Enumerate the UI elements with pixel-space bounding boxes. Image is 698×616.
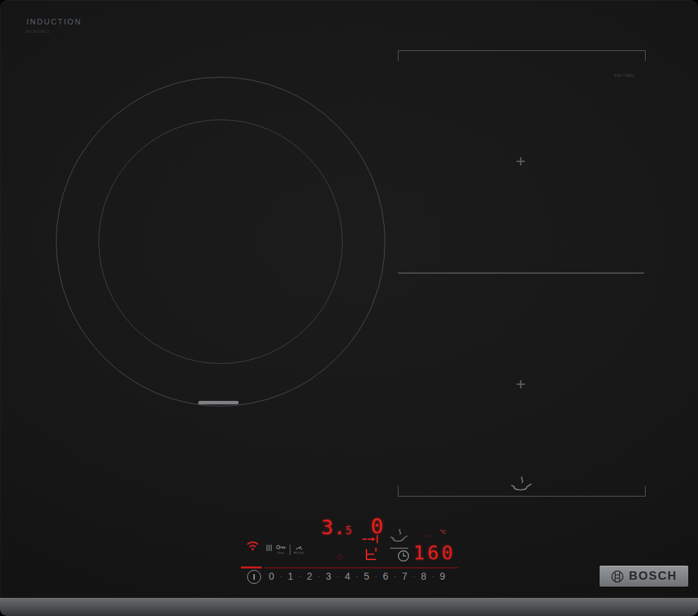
timer-unit-label: min	[424, 534, 431, 538]
power-level-separator: ·	[413, 573, 415, 580]
power-button[interactable]	[247, 570, 261, 584]
active-indicator-bar	[241, 566, 262, 569]
temp-unit-label: °C	[440, 529, 446, 535]
frying-sensor-pan-icon	[508, 475, 533, 494]
flex-zone-top-plus-mark: +	[514, 154, 528, 168]
power-level-3[interactable]: 3	[326, 571, 332, 582]
power-level-2[interactable]: 2	[306, 571, 312, 582]
pause-key[interactable]	[266, 544, 272, 552]
etched-code: KWYY9B01	[614, 73, 635, 78]
power-level-row[interactable]: 0·1·2·3·4·5·6·7·8·9	[269, 571, 445, 582]
power-level-8[interactable]: 8	[421, 571, 426, 582]
induction-hob: INDUCTION PVJ631HC1 KWYY9B01 + +	[0, 0, 698, 616]
left-zone-inner-ring	[98, 119, 343, 364]
timer-key[interactable]	[397, 550, 410, 562]
power-level-4[interactable]: 4	[345, 571, 350, 582]
power-level-1[interactable]: 1	[288, 571, 293, 582]
bosch-badge: BOSCH	[600, 566, 688, 587]
bosch-emblem-icon	[611, 570, 624, 583]
front-edge-trim	[0, 598, 698, 616]
power-level-separator: ·	[356, 573, 358, 580]
frying-sensor-key[interactable]	[388, 528, 409, 546]
power-level-separator: ·	[432, 573, 434, 580]
boost-label: BOOST	[294, 551, 305, 555]
power-level-separator: ·	[280, 573, 282, 580]
flex-zone-top-bracket	[398, 50, 646, 61]
bosch-wordmark: BOSCH	[629, 569, 677, 583]
boost-key[interactable]: BOOST	[294, 544, 305, 555]
power-level-separator: ·	[394, 573, 396, 580]
function-keys-group: 4sec BOOST	[266, 544, 305, 555]
power-level-5[interactable]: 5	[364, 571, 369, 582]
power-level-0[interactable]: 0	[269, 571, 274, 582]
power-level-7[interactable]: 7	[402, 571, 408, 582]
power-level-separator: ·	[375, 573, 377, 580]
left-zone-position-mark	[198, 401, 239, 404]
flex-zone-bottom-plus-mark: +	[514, 377, 528, 391]
power-level-separator: ·	[299, 573, 301, 580]
sparkle-icon: ✧	[334, 550, 344, 565]
flex-zone-divider-line	[398, 272, 644, 274]
power-level-separator: ·	[318, 573, 320, 580]
function-keys-divider	[290, 545, 290, 555]
power-level-9[interactable]: 9	[440, 571, 445, 582]
temperature-display: 160	[413, 542, 456, 564]
model-code: PVJ631HC1	[27, 29, 50, 34]
move-pan-indicator-icon	[361, 534, 380, 564]
wipe-protection-key[interactable]: 4sec	[276, 544, 286, 555]
home-connect-wifi-key[interactable]	[246, 540, 260, 551]
left-zone-level-display: 3.5	[321, 515, 352, 539]
induction-label: INDUCTION	[27, 17, 82, 26]
wipe-protection-hold-label: 4sec	[278, 551, 285, 555]
power-level-separator: ·	[337, 573, 339, 580]
power-slider-line	[265, 567, 458, 569]
power-level-6[interactable]: 6	[383, 571, 388, 582]
frying-sensor-underline	[390, 548, 408, 549]
